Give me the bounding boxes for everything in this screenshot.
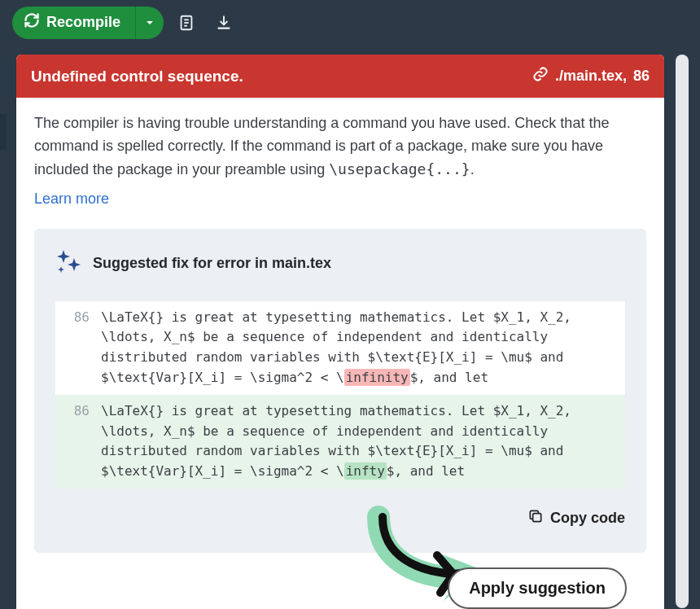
logs-button[interactable] (172, 8, 201, 37)
recompile-button[interactable]: Recompile (12, 7, 164, 39)
code-before-suffix: $, and let (410, 370, 488, 385)
recompile-main[interactable]: Recompile (12, 7, 135, 39)
added-token: infty (344, 462, 387, 480)
code-block-after: 86 \LaTeX{} is great at typesetting math… (55, 395, 625, 489)
pane-resize-handle[interactable] (0, 114, 7, 150)
code-after-prefix: \LaTeX{} is great at typesetting mathema… (101, 403, 571, 479)
suggestion-heading-row: Suggested fix for error in main.tex (55, 248, 625, 278)
svg-rect-4 (218, 27, 230, 28)
error-title: Undefined control sequence. (31, 68, 243, 85)
error-body: The compiler is having trouble understan… (16, 98, 664, 211)
recompile-label: Recompile (46, 14, 120, 31)
suggestion-box: Suggested fix for error in main.tex 86 \… (34, 229, 646, 553)
sparkle-icon (55, 248, 81, 278)
error-message-post: . (470, 161, 475, 177)
code-before-prefix: \LaTeX{} is great at typesetting mathema… (101, 309, 571, 385)
error-location[interactable]: ./main.tex, 86 (532, 66, 650, 86)
code-after-suffix: $, and let (387, 463, 465, 479)
error-message-cmd: \usepackage{...} (329, 160, 470, 177)
link-icon (532, 66, 549, 86)
svg-rect-5 (533, 514, 541, 522)
scrollbar[interactable] (676, 55, 689, 608)
error-line: 86 (633, 68, 650, 85)
error-panel: Undefined control sequence. ./main.tex, … (16, 55, 664, 609)
apply-suggestion-button[interactable]: Apply suggestion (448, 567, 627, 609)
download-button[interactable] (209, 8, 238, 37)
copy-code-label: Copy code (550, 510, 625, 527)
toolbar: Recompile (0, 0, 700, 45)
error-message-pre: The compiler is having trouble understan… (34, 115, 609, 177)
code-before: \LaTeX{} is great at typesetting mathema… (101, 308, 617, 388)
suggestion-heading: Suggested fix for error in main.tex (93, 255, 331, 272)
recompile-dropdown[interactable] (135, 7, 164, 39)
copy-icon (527, 508, 544, 528)
caret-down-icon (146, 19, 154, 27)
refresh-icon (24, 12, 40, 33)
line-number: 86 (63, 401, 90, 482)
removed-token: infinity (344, 369, 410, 386)
code-block-before: 86 \LaTeX{} is great at typesetting math… (55, 301, 625, 395)
error-header: Undefined control sequence. ./main.tex, … (16, 55, 664, 98)
copy-code-button[interactable]: Copy code (55, 508, 625, 528)
file-text-icon (177, 14, 195, 32)
line-number: 86 (63, 308, 90, 388)
apply-row: Apply suggestion (16, 553, 664, 609)
code-after: \LaTeX{} is great at typesetting mathema… (101, 401, 617, 482)
download-icon (215, 14, 233, 32)
learn-more-link[interactable]: Learn more (34, 188, 109, 211)
error-file: ./main.tex, (555, 68, 627, 85)
